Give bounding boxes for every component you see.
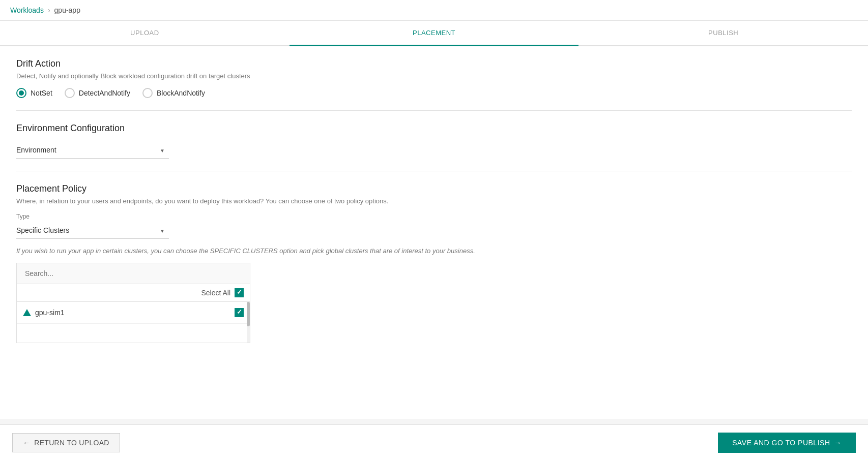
arrow-left-icon xyxy=(23,439,30,447)
save-and-publish-button[interactable]: SAVE AND GO TO PUBLISH xyxy=(718,433,856,453)
breadcrumb-separator: › xyxy=(48,6,50,14)
drift-action-options: NotSet DetectAndNotify BlockAndNotify xyxy=(16,88,852,98)
radio-block[interactable]: BlockAndNotify xyxy=(142,88,205,98)
breadcrumb-parent[interactable]: Workloads xyxy=(10,6,44,14)
bottom-bar: RETURN TO UPLOAD SAVE AND GO TO PUBLISH xyxy=(0,424,868,460)
type-select[interactable]: Specific Clusters Global xyxy=(16,222,169,239)
cluster-icon-gpu-sim1 xyxy=(23,309,31,316)
breadcrumb-current: gpu-app xyxy=(54,6,80,14)
cluster-checkbox-gpu-sim1[interactable] xyxy=(235,308,244,317)
radio-notset[interactable]: NotSet xyxy=(16,88,52,98)
placement-policy-title: Placement Policy xyxy=(16,183,852,194)
radio-detect[interactable]: DetectAndNotify xyxy=(65,88,130,98)
cluster-name-gpu-sim1: gpu-sim1 xyxy=(23,309,65,317)
main-content: Drift Action Detect, Notify and optional… xyxy=(0,46,868,419)
type-select-wrapper[interactable]: Specific Clusters Global xyxy=(16,222,169,239)
arrow-right-icon xyxy=(834,439,842,447)
tab-placement[interactable]: PLACEMENT xyxy=(290,21,579,46)
cluster-search-input[interactable] xyxy=(17,263,250,284)
radio-detect-input[interactable] xyxy=(65,88,75,98)
tab-bar: UPLOAD PLACEMENT PUBLISH xyxy=(0,21,868,46)
cluster-label-gpu-sim1: gpu-sim1 xyxy=(35,309,65,317)
environment-select-wrapper[interactable]: Environment xyxy=(16,142,169,159)
radio-notset-input[interactable] xyxy=(16,88,26,98)
select-all-label: Select All xyxy=(201,289,230,297)
cluster-item-gpu-sim1[interactable]: gpu-sim1 xyxy=(17,302,250,324)
scrollbar-track[interactable] xyxy=(247,302,250,343)
scrollbar-thumb[interactable] xyxy=(247,302,250,326)
return-label: RETURN TO UPLOAD xyxy=(34,439,109,447)
environment-select[interactable]: Environment xyxy=(16,142,169,159)
tab-upload[interactable]: UPLOAD xyxy=(0,21,290,46)
type-form-group: Type Specific Clusters Global xyxy=(16,213,852,239)
environment-section: Environment Configuration Environment xyxy=(16,123,852,171)
placement-policy-section: Placement Policy Where, in relation to y… xyxy=(16,183,852,355)
type-label: Type xyxy=(16,213,852,220)
placement-italic-desc: If you wish to run your app in certain c… xyxy=(16,247,852,255)
placement-policy-desc: Where, in relation to your users and end… xyxy=(16,197,852,205)
drift-action-desc: Detect, Notify and optionally Block work… xyxy=(16,72,852,80)
environment-title: Environment Configuration xyxy=(16,123,852,134)
radio-block-input[interactable] xyxy=(142,88,153,98)
tab-publish[interactable]: PUBLISH xyxy=(578,21,868,46)
radio-notset-label: NotSet xyxy=(31,89,52,97)
select-all-checkbox[interactable] xyxy=(235,288,244,297)
drift-action-section: Drift Action Detect, Notify and optional… xyxy=(16,58,852,111)
radio-detect-label: DetectAndNotify xyxy=(79,89,130,97)
cluster-panel: Select All gpu-sim1 xyxy=(16,263,250,343)
radio-block-label: BlockAndNotify xyxy=(157,89,205,97)
cluster-list-header: Select All xyxy=(17,284,250,302)
drift-action-title: Drift Action xyxy=(16,58,852,69)
return-to-upload-button[interactable]: RETURN TO UPLOAD xyxy=(12,433,120,452)
breadcrumb-bar: Workloads › gpu-app xyxy=(0,0,868,21)
save-label: SAVE AND GO TO PUBLISH xyxy=(732,439,830,447)
